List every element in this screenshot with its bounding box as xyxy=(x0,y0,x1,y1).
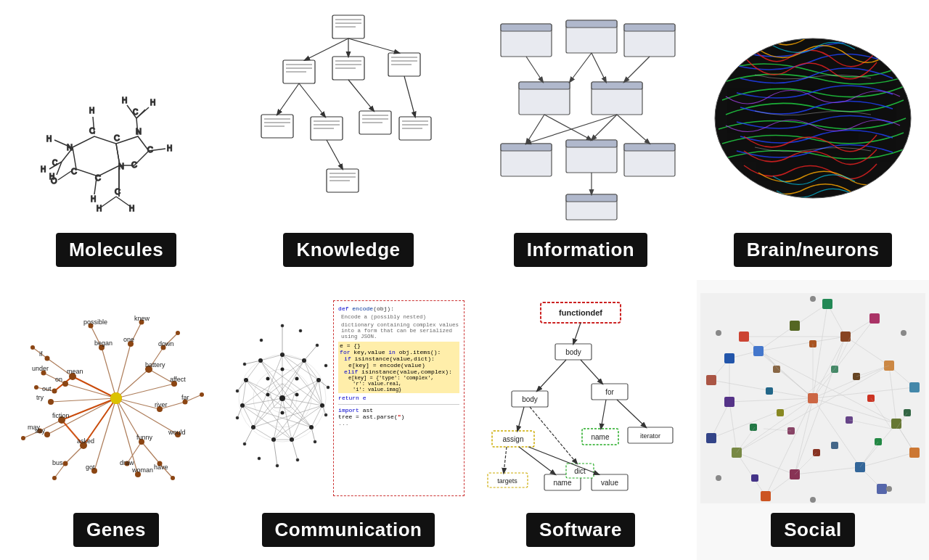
svg-text:far: far xyxy=(181,394,189,401)
svg-point-168 xyxy=(44,432,50,437)
svg-line-237 xyxy=(242,405,253,427)
svg-point-278 xyxy=(266,393,270,397)
svg-text:assign: assign xyxy=(503,435,524,443)
svg-point-187 xyxy=(52,476,57,480)
molecules-visual: N C C N C C N C C H C H H xyxy=(0,0,232,236)
svg-point-172 xyxy=(52,389,57,394)
svg-line-247 xyxy=(274,380,319,440)
molecules-label: Molecules xyxy=(56,233,176,267)
svg-point-171 xyxy=(45,356,50,361)
svg-text:fiction: fiction xyxy=(52,412,70,419)
svg-point-184 xyxy=(176,331,180,335)
svg-line-329 xyxy=(537,360,566,391)
software-label: Software xyxy=(526,513,635,547)
svg-line-335 xyxy=(519,447,555,474)
svg-text:N: N xyxy=(136,127,142,136)
cell-molecules: N C C N C C N C C H C H H xyxy=(0,0,232,280)
svg-line-34 xyxy=(102,197,116,207)
svg-line-236 xyxy=(253,427,274,440)
svg-text:asked: asked xyxy=(77,437,94,445)
svg-point-188 xyxy=(21,436,25,440)
svg-rect-392 xyxy=(790,321,800,331)
svg-line-328 xyxy=(573,323,581,344)
svg-point-167 xyxy=(48,399,54,405)
svg-point-419 xyxy=(716,475,721,481)
svg-rect-88 xyxy=(566,20,617,28)
svg-rect-98 xyxy=(566,140,617,147)
svg-line-83 xyxy=(404,76,415,117)
svg-rect-382 xyxy=(753,346,764,356)
svg-text:C: C xyxy=(115,187,120,196)
svg-line-240 xyxy=(261,355,282,361)
svg-rect-406 xyxy=(777,409,784,416)
svg-point-182 xyxy=(30,345,35,350)
svg-line-109 xyxy=(526,115,617,144)
svg-text:may: may xyxy=(28,424,41,431)
svg-rect-381 xyxy=(808,393,818,403)
svg-rect-408 xyxy=(750,424,757,431)
svg-text:bus: bus xyxy=(52,459,63,466)
svg-line-252 xyxy=(242,405,292,440)
social-svg xyxy=(700,293,925,503)
svg-rect-395 xyxy=(909,448,920,458)
svg-line-123 xyxy=(102,347,116,398)
svg-text:possible: possible xyxy=(83,318,107,326)
svg-line-249 xyxy=(253,405,322,427)
information-label: Information xyxy=(514,233,648,267)
svg-line-108 xyxy=(544,115,592,140)
svg-text:iterator: iterator xyxy=(640,432,660,440)
svg-rect-86 xyxy=(501,24,552,31)
genes-svg: mean battery river funny asked fiction o… xyxy=(7,289,225,507)
cell-information: Information xyxy=(464,0,697,280)
svg-rect-90 xyxy=(624,24,675,31)
svg-text:one: one xyxy=(123,336,134,343)
genes-label: Genes xyxy=(73,513,159,547)
svg-rect-410 xyxy=(766,387,773,395)
svg-point-418 xyxy=(886,486,892,492)
svg-text:C: C xyxy=(131,160,137,169)
svg-line-230 xyxy=(282,355,304,361)
svg-line-334 xyxy=(504,447,507,473)
svg-text:name: name xyxy=(553,479,571,487)
svg-rect-393 xyxy=(869,313,880,324)
svg-point-276 xyxy=(295,393,299,397)
svg-line-336 xyxy=(528,447,599,474)
svg-text:body: body xyxy=(565,348,581,356)
brain-label: Brain/neurons xyxy=(734,233,893,267)
svg-point-186 xyxy=(171,476,175,480)
svg-text:H: H xyxy=(97,205,102,213)
svg-line-106 xyxy=(624,57,650,82)
brain-svg xyxy=(704,13,922,223)
brain-visual xyxy=(697,0,929,236)
svg-text:H: H xyxy=(41,165,46,173)
svg-text:draw: draw xyxy=(120,459,134,466)
svg-line-301 xyxy=(274,440,277,466)
svg-text:got: got xyxy=(86,464,95,471)
communication-label: Communication xyxy=(262,513,435,547)
svg-line-337 xyxy=(530,407,577,464)
svg-text:under: under xyxy=(32,365,49,372)
svg-rect-396 xyxy=(877,484,887,494)
svg-line-32 xyxy=(58,171,71,180)
svg-line-80 xyxy=(277,83,299,115)
svg-line-35 xyxy=(116,197,131,207)
svg-text:value: value xyxy=(601,479,618,487)
svg-point-274 xyxy=(281,368,285,371)
knowledge-visual xyxy=(232,0,464,236)
svg-rect-96 xyxy=(501,144,552,151)
svg-line-299 xyxy=(311,427,315,442)
svg-text:battery: battery xyxy=(145,361,165,368)
svg-text:woman: woman xyxy=(131,466,153,474)
svg-text:out: out xyxy=(42,385,52,392)
svg-text:O: O xyxy=(51,176,57,185)
cell-software: functiondef body body for iterator name xyxy=(464,280,697,560)
svg-point-275 xyxy=(295,377,299,381)
svg-point-189 xyxy=(110,392,122,404)
svg-text:body: body xyxy=(522,395,538,403)
svg-line-105 xyxy=(592,53,606,82)
svg-point-289 xyxy=(258,457,261,460)
svg-text:affect: affect xyxy=(170,376,186,383)
svg-point-421 xyxy=(810,296,816,302)
svg-rect-400 xyxy=(706,433,716,443)
svg-rect-94 xyxy=(592,82,642,89)
